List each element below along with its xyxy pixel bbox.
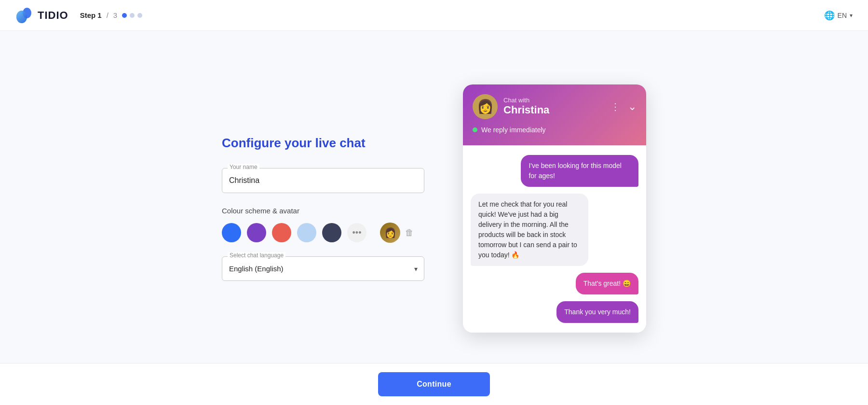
chat-body: I've been looking for this model for age… <box>463 145 646 333</box>
chat-preview: 👩 Chat with Christina ⋮ ⌄ We reply immed… <box>463 84 646 333</box>
step-dot-3 <box>137 13 142 18</box>
chat-collapse-icon[interactable]: ⌄ <box>628 100 637 113</box>
step-indicator: Step 1 / 3 <box>80 11 143 19</box>
logo-text: TIDIO <box>38 9 68 22</box>
message-row: That's great! 😄 <box>471 273 638 294</box>
language-field-group: Select chat language English (English) S… <box>222 256 424 281</box>
continue-button[interactable]: Continue <box>378 372 490 396</box>
step-divider: / <box>107 11 108 19</box>
logo: TIDIO <box>15 6 68 25</box>
lang-label: EN <box>838 12 847 19</box>
color-swatch-dark[interactable] <box>322 223 341 242</box>
color-section-label: Colour scheme & avatar <box>222 207 424 215</box>
name-label: Your name <box>228 164 259 170</box>
color-row: ••• 👩 🗑 <box>222 223 424 243</box>
chat-agent-name: Christina <box>503 104 549 116</box>
logo-icon <box>15 6 34 25</box>
step-dots <box>122 13 142 18</box>
chat-name-block: Chat with Christina <box>503 97 549 116</box>
message-row: Thank you very much! <box>471 301 638 323</box>
message-row: Let me check that for you real quick! We… <box>471 194 638 266</box>
footer: Continue <box>0 363 868 405</box>
message-row: I've been looking for this model for age… <box>471 155 638 187</box>
name-field-group: Your name <box>222 168 424 193</box>
step-total: 3 <box>113 11 117 19</box>
form-title: Configure your live chat <box>222 136 424 151</box>
chat-header-top: 👩 Chat with Christina ⋮ ⌄ <box>473 94 637 119</box>
online-dot <box>473 127 477 132</box>
reply-status-text: We reply immediately <box>481 126 546 134</box>
delete-avatar-icon[interactable]: 🗑 <box>405 228 414 238</box>
header-left: TIDIO Step 1 / 3 <box>15 6 142 25</box>
avatar-section: 👩 🗑 <box>380 223 414 243</box>
chat-bubble: Thank you very much! <box>556 301 638 323</box>
color-swatch-lightblue[interactable] <box>297 223 316 242</box>
chat-bubble: Let me check that for you real quick! We… <box>471 194 588 266</box>
color-swatch-more[interactable]: ••• <box>347 223 366 242</box>
chat-avatar: 👩 <box>473 94 498 119</box>
header: TIDIO Step 1 / 3 🌐 EN ▾ <box>0 0 868 31</box>
chat-preview-header: 👩 Chat with Christina ⋮ ⌄ We reply immed… <box>463 84 646 145</box>
color-swatch-purple[interactable] <box>247 223 266 242</box>
language-selector[interactable]: 🌐 EN ▾ <box>824 10 853 21</box>
chat-more-icon[interactable]: ⋮ <box>610 101 621 112</box>
color-swatch-blue[interactable] <box>222 223 241 242</box>
chat-bubble: I've been looking for this model for age… <box>521 155 638 187</box>
language-label: Select chat language <box>228 252 285 259</box>
globe-icon: 🌐 <box>824 10 835 21</box>
step-label: Step 1 <box>80 11 102 19</box>
name-input[interactable] <box>222 168 424 193</box>
reply-status: We reply immediately <box>473 126 637 134</box>
language-select[interactable]: English (English) Spanish (Español) Fren… <box>222 256 424 281</box>
main-content: Configure your live chat Your name Colou… <box>0 31 868 405</box>
step-dot-1 <box>122 13 127 18</box>
form-section: Configure your live chat Your name Colou… <box>222 136 424 281</box>
chat-with-label: Chat with <box>503 97 549 104</box>
color-swatch-coral[interactable] <box>272 223 291 242</box>
chat-agent-info: 👩 Chat with Christina <box>473 94 549 119</box>
svg-point-2 <box>16 11 27 23</box>
avatar[interactable]: 👩 <box>380 223 400 243</box>
step-dot-2 <box>130 13 135 18</box>
lang-chevron-icon: ▾ <box>850 12 853 19</box>
chat-bubble: That's great! 😄 <box>576 273 638 294</box>
chat-header-actions: ⋮ ⌄ <box>610 100 637 113</box>
